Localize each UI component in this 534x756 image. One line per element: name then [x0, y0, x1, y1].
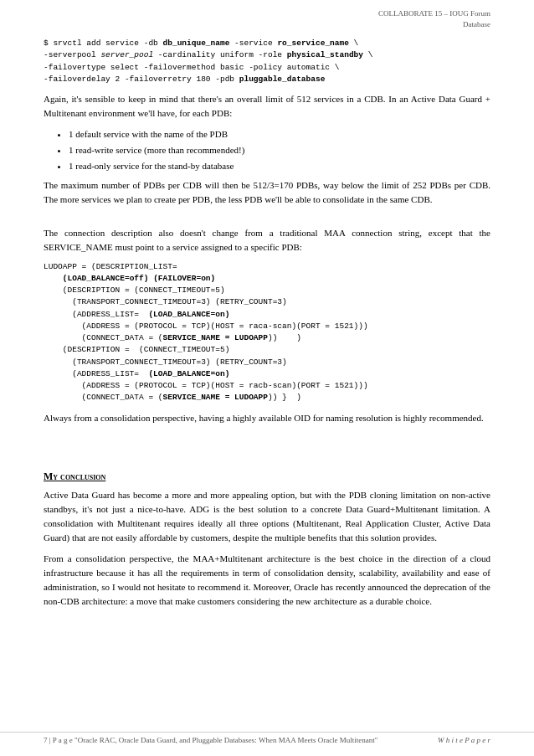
header-line1: COLLABORATE 15 – IOUG Forum	[44, 8, 490, 19]
tns-line-6: (ADDRESS = (PROTOCOL = TCP)(HOST = raca-…	[44, 321, 490, 332]
code-block-tnsnames: LUDOAPP = (DESCRIPTION_LIST= (LOAD_BALAN…	[44, 261, 490, 404]
bullet-list: 1 default service with the name of the P…	[69, 127, 490, 173]
header-line2: Database	[44, 19, 490, 30]
paragraph-connection-desc: The connection description also doesn't …	[44, 226, 490, 255]
tns-line-3: (DESCRIPTION = (CONNECT_TIMEOUT=5)	[44, 285, 490, 296]
conclusion-paragraph-1: Active Data Guard has become a more and …	[44, 488, 490, 545]
footer-document-type: W h i t e P a p e r	[438, 736, 490, 744]
tns-line-10: (ADDRESS_LIST= (LOAD_BALANCE=on)	[44, 368, 490, 380]
paragraph-max-pdbs: The maximum number of PDBs per CDB will …	[44, 178, 490, 207]
tns-line-4: (TRANSPORT_CONNECT_TIMEOUT=3) (RETRY_COU…	[44, 296, 490, 308]
tns-line-11: (ADDRESS = (PROTOCOL = TCP)(HOST = racb-…	[44, 380, 490, 392]
code-line-4: -failoverdelay 2 -failoverretry 180 -pdb…	[44, 74, 490, 85]
page: COLLABORATE 15 – IOUG Forum Database $ s…	[0, 0, 534, 756]
paragraph-oid: Always from a consolidation perspective,…	[44, 411, 490, 425]
bullet-item-3: 1 read-only service for the stand-by dat…	[69, 159, 490, 173]
code-block-srvctl: $ srvctl add service -db db_unique_name …	[44, 38, 490, 85]
conclusion-paragraph-2: From a consolidation perspective, the MA…	[44, 552, 490, 609]
footer-page-number: 7 | P a g e "Oracle RAC, Oracle Data Gua…	[44, 736, 378, 744]
tns-line-5: (ADDRESS_LIST= (LOAD_BALANCE=on)	[44, 309, 490, 321]
bullet-item-2: 1 read-write service (more than recommen…	[69, 143, 490, 157]
tns-line-1: LUDOAPP = (DESCRIPTION_LIST=	[44, 261, 490, 273]
tns-line-12: (CONNECT_DATA = (SERVICE_NAME = LUDOAPP)…	[44, 392, 490, 404]
code-line-2: -serverpool server_pool -cardinality uni…	[44, 49, 490, 61]
page-header: COLLABORATE 15 – IOUG Forum Database	[44, 8, 490, 29]
paragraph-services-limit: Again, it's sensible to keep in mind tha…	[44, 92, 490, 121]
tns-line-9: (TRANSPORT_CONNECT_TIMEOUT=3) (RETRY_COU…	[44, 357, 490, 368]
section-title-conclusion: My conclusion	[44, 471, 490, 483]
code-line-1: $ srvctl add service -db db_unique_name …	[44, 38, 490, 49]
code-line-3: -failovertype select -failovermethod bas…	[44, 62, 490, 74]
tns-line-8: (DESCRIPTION = (CONNECT_TIMEOUT=5)	[44, 344, 490, 356]
page-footer: 7 | P a g e "Oracle RAC, Oracle Data Gua…	[0, 732, 534, 744]
tns-line-2: (LOAD_BALANCE=off) (FAILOVER=on)	[44, 273, 490, 285]
tns-line-7: (CONNECT_DATA = (SERVICE_NAME = LUDOAPP)…	[44, 332, 490, 344]
bullet-item-1: 1 default service with the name of the P…	[69, 127, 490, 141]
